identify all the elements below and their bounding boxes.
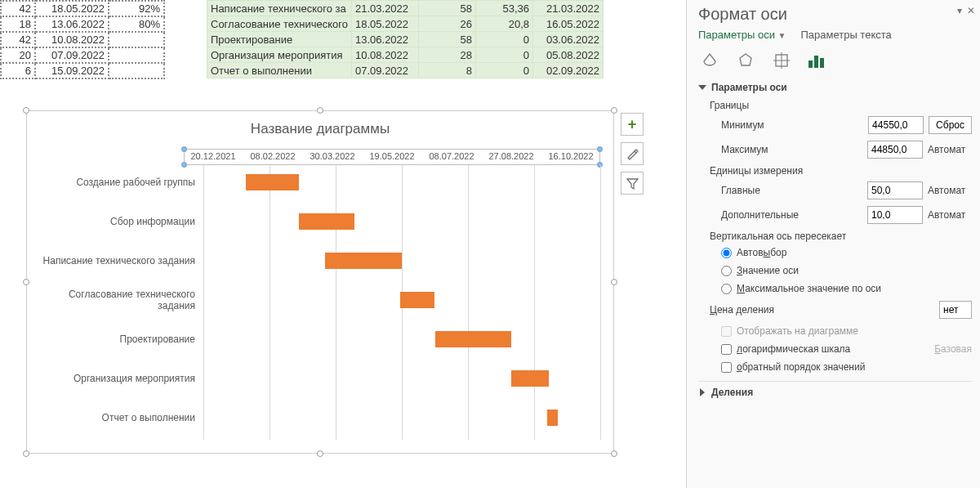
cell[interactable]: 21.03.2022 xyxy=(351,1,418,16)
plot-area[interactable]: Создание рабочей группыСбор информацииНа… xyxy=(32,165,599,440)
svg-rect-4 xyxy=(808,60,813,68)
size-properties-icon[interactable] xyxy=(770,49,793,72)
cell[interactable]: 20 xyxy=(1,47,35,63)
cell[interactable]: 53,36 xyxy=(475,1,532,16)
selection-handle[interactable] xyxy=(317,107,323,114)
selection-handle[interactable] xyxy=(317,450,323,457)
gantt-bar[interactable] xyxy=(299,213,354,230)
category-label: Написание технического задания xyxy=(32,255,203,266)
cell[interactable]: 07.09.2022 xyxy=(35,47,109,63)
cell[interactable]: 16.05.2022 xyxy=(532,16,603,32)
right-data-table[interactable]: Написание технического за21.03.20225853,… xyxy=(207,0,604,78)
x-axis-selection[interactable]: 20.12.202108.02.202230.03.202219.05.2022… xyxy=(184,149,600,165)
axis-options-icon[interactable] xyxy=(806,49,829,72)
category-label: Согласование технического задания xyxy=(32,289,203,311)
cell[interactable]: Согласование технического xyxy=(207,16,352,32)
cell[interactable]: 13.06.2022 xyxy=(351,32,418,47)
cell[interactable]: 20,8 xyxy=(475,16,532,32)
input-major-unit[interactable] xyxy=(867,181,923,199)
cell[interactable]: Написание технического за xyxy=(207,1,352,16)
chart-container[interactable]: Название диаграммы 20.12.202108.02.20223… xyxy=(26,110,614,454)
input-minor-unit[interactable] xyxy=(867,206,923,224)
reset-minimum-button[interactable]: Сброс xyxy=(929,116,972,134)
label-units: Единицы измерения xyxy=(710,165,972,177)
tab-text-options[interactable]: Параметры текста xyxy=(800,29,891,41)
selection-handle[interactable] xyxy=(23,279,29,285)
gantt-bar[interactable] xyxy=(325,253,402,269)
cell[interactable] xyxy=(109,47,164,63)
cell[interactable]: 15.09.2022 xyxy=(35,63,109,78)
selection-handle[interactable] xyxy=(23,450,29,457)
cell[interactable]: 05.08.2022 xyxy=(532,47,603,63)
cell[interactable]: Проектирование xyxy=(207,32,352,47)
cell[interactable]: 0 xyxy=(475,32,532,47)
svg-rect-6 xyxy=(820,58,824,68)
cell[interactable]: 18.05.2022 xyxy=(35,1,109,16)
check-reverse-order[interactable]: обратный порядок значений xyxy=(721,361,972,373)
cell[interactable]: 8 xyxy=(418,63,475,78)
label-minimum: Минимум xyxy=(721,119,764,131)
left-data-table[interactable]: 4218.05.202292%1813.06.202280%4210.08.20… xyxy=(0,0,165,79)
selection-handle[interactable] xyxy=(611,107,617,114)
gridline xyxy=(600,165,601,440)
cell[interactable]: 42 xyxy=(1,32,35,47)
check-log-scale[interactable]: логарифмическая шкала Базовая xyxy=(721,343,972,355)
fill-line-icon[interactable] xyxy=(698,49,721,72)
input-display-units[interactable] xyxy=(939,301,972,319)
cell[interactable]: 10.08.2022 xyxy=(35,32,109,47)
section-tick-marks[interactable]: Деления xyxy=(698,381,972,398)
chart-title[interactable]: Название диаграммы xyxy=(27,121,613,137)
cell[interactable]: 80% xyxy=(109,16,164,32)
cell[interactable]: Отчет о выполнении xyxy=(207,63,352,78)
x-tick-label: 19.05.2022 xyxy=(363,151,421,161)
gantt-bar[interactable] xyxy=(400,292,434,308)
cell[interactable]: 26 xyxy=(418,16,475,32)
input-maximum[interactable] xyxy=(867,141,923,159)
category-label: Создание рабочей группы xyxy=(32,177,203,188)
cell[interactable]: 58 xyxy=(418,1,475,16)
radio-max-value[interactable]: Максимальное значение по оси xyxy=(721,283,972,294)
tab-axis-options[interactable]: Параметры оси ▼ xyxy=(698,29,786,41)
cell[interactable]: 21.03.2022 xyxy=(532,1,603,16)
cell[interactable] xyxy=(109,63,164,78)
cell[interactable]: 0 xyxy=(475,63,532,78)
format-axis-pane: ▾ ✕ Формат оси Параметры оси ▼ Параметры… xyxy=(686,0,980,488)
cell[interactable]: 07.09.2022 xyxy=(351,63,418,78)
pane-close-icon[interactable]: ✕ xyxy=(967,5,975,16)
bar-track xyxy=(203,322,599,356)
radio-auto-cross[interactable]: Автовыбор xyxy=(721,247,972,258)
cell[interactable]: 03.06.2022 xyxy=(532,32,603,47)
chart-elements-button[interactable]: + xyxy=(621,113,644,136)
cell[interactable]: 92% xyxy=(109,1,164,16)
section-axis-options[interactable]: Параметры оси xyxy=(698,82,972,93)
cell[interactable]: 18.05.2022 xyxy=(351,16,418,32)
cell[interactable]: 02.09.2022 xyxy=(532,63,603,78)
x-tick-label: 27.08.2022 xyxy=(483,151,540,161)
cell[interactable]: 58 xyxy=(418,32,475,47)
cell[interactable]: 13.06.2022 xyxy=(35,16,109,32)
pane-dropdown-icon[interactable]: ▾ xyxy=(957,5,962,16)
chart-filter-button[interactable] xyxy=(621,172,644,195)
gantt-bar[interactable] xyxy=(435,331,512,347)
x-tick-label: 08.07.2022 xyxy=(423,151,480,161)
cell[interactable]: Организация мероприятия xyxy=(207,47,352,63)
chart-styles-button[interactable] xyxy=(621,142,644,165)
input-minimum[interactable] xyxy=(868,116,924,134)
cell[interactable] xyxy=(109,32,164,47)
label-major-unit: Главные xyxy=(721,185,760,196)
cell[interactable]: 6 xyxy=(1,63,35,78)
cell[interactable]: 10.08.2022 xyxy=(351,47,418,63)
cell[interactable]: 28 xyxy=(418,47,475,63)
label-minor-unit: Дополнительные xyxy=(721,209,799,221)
gantt-bar[interactable] xyxy=(547,410,558,426)
cell[interactable]: 42 xyxy=(1,1,35,16)
selection-handle[interactable] xyxy=(611,279,617,285)
gantt-bar[interactable] xyxy=(511,370,548,387)
selection-handle[interactable] xyxy=(611,450,617,457)
cell[interactable]: 0 xyxy=(475,47,532,63)
gantt-bar[interactable] xyxy=(246,174,299,190)
cell[interactable]: 18 xyxy=(1,16,35,32)
radio-axis-value[interactable]: Значение оси xyxy=(721,265,972,276)
selection-handle[interactable] xyxy=(23,107,29,114)
effects-icon[interactable] xyxy=(734,49,757,72)
